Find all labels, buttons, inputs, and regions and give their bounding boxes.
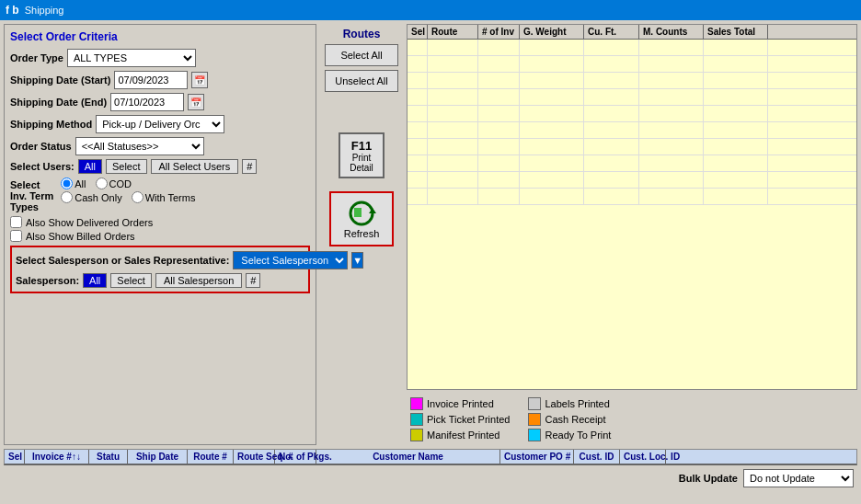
unselect-all-button[interactable]: Unselect All <box>325 70 398 92</box>
refresh-button[interactable]: Refresh <box>329 191 394 246</box>
app-icon: f b <box>6 4 19 17</box>
table-row <box>408 139 856 155</box>
order-status-select[interactable]: <<All Statuses>> <box>75 137 204 155</box>
routes-col-stot: Sales Total <box>704 25 768 39</box>
routes-col-cuft: Cu. Ft. <box>584 25 639 39</box>
calendar-start-icon[interactable]: 📅 <box>191 72 208 88</box>
salesperson-select-tab[interactable]: Select <box>110 273 152 288</box>
salesperson-all-tab2[interactable]: All Salesperson <box>155 273 242 288</box>
pickticket-color <box>410 413 423 426</box>
inv-term-label: SelectInv. TermTypes <box>10 178 53 212</box>
svg-rect-1 <box>354 208 362 217</box>
invoice-label: Invoice Printed <box>427 398 494 409</box>
shipping-method-select[interactable]: Pick-up / Delivery Orc <box>96 115 224 133</box>
legend-manifest: Manifest Printed <box>410 429 510 441</box>
billed-checkbox-row: Also Show Billed Orders <box>10 230 310 242</box>
radio-withterms-input[interactable] <box>132 191 144 203</box>
select-all-button[interactable]: Select All <box>325 44 398 66</box>
section-title: Select Order Criteria <box>10 30 310 43</box>
shipping-date-start-label: Shipping Date (Start) <box>10 74 110 86</box>
table-row <box>408 56 856 73</box>
radio-all-label: All <box>61 178 86 189</box>
delivered-label: Also Show Delivered Orders <box>26 217 153 228</box>
table-row <box>408 155 856 172</box>
users-hash-button[interactable]: # <box>242 159 257 174</box>
delivered-checkbox[interactable] <box>10 216 22 228</box>
f11-sub1: Print <box>352 153 372 163</box>
readytoprint-label: Ready To Print <box>545 430 611 441</box>
title-bar: f b Shipping <box>0 0 861 20</box>
routes-grid-body <box>408 40 856 385</box>
bulk-update-select[interactable]: Do not Update <box>743 469 854 487</box>
salesperson-hash-button[interactable]: # <box>246 273 260 288</box>
f11-button[interactable]: F11 Print Detail <box>339 132 385 178</box>
f11-sub2: Detail <box>350 163 373 173</box>
order-type-label: Order Type <box>10 52 63 63</box>
col-custname: Customer Name <box>316 450 500 464</box>
left-panel: Select Order Criteria Order Type ALL TYP… <box>4 24 316 445</box>
salesperson-row2: Salesperson: All Select All Salesperson … <box>16 273 304 288</box>
table-row <box>408 106 856 122</box>
legend-pickticket: Pick Ticket Printed <box>410 413 510 426</box>
legend-section: Invoice Printed Pick Ticket Printed Mani… <box>407 394 857 445</box>
col-route: Route # <box>188 450 234 464</box>
readytoprint-color <box>528 429 541 441</box>
legend-cashreceipt: Cash Receipt <box>528 413 611 426</box>
col-custpo: Customer PO # <box>500 450 574 464</box>
middle-panel: Routes Select All Unselect All F11 Print… <box>320 24 403 445</box>
legend-invoice: Invoice Printed <box>410 397 510 410</box>
shipping-date-end-label: Shipping Date (End) <box>10 97 107 108</box>
svg-marker-0 <box>369 208 376 213</box>
radio-withterms-label: With Terms <box>132 191 196 203</box>
table-row <box>408 189 856 205</box>
salesperson-all-tab[interactable]: All <box>83 273 107 288</box>
users-all-select-tab[interactable]: All Select Users <box>151 159 239 174</box>
cashreceipt-label: Cash Receipt <box>545 414 605 425</box>
main-container: Select Order Criteria Order Type ALL TYP… <box>0 20 861 504</box>
order-type-select[interactable]: ALL TYPES <box>67 49 196 67</box>
shipping-date-end-input[interactable] <box>110 93 184 111</box>
col-custid: Cust. ID <box>574 450 620 464</box>
shipping-date-start-row: Shipping Date (Start) 📅 <box>10 71 310 89</box>
salesperson-row1: Select Salesperson or Sales Representati… <box>16 251 304 269</box>
billed-checkbox[interactable] <box>10 230 22 242</box>
col-custloc: Cust. Loc. ID <box>620 450 666 464</box>
legend-labels: Labels Printed <box>528 397 611 410</box>
radio-all-input[interactable] <box>61 178 73 189</box>
col-sel: Sel <box>5 450 25 464</box>
radio-cashonly-label: Cash Only <box>61 191 121 203</box>
window-title: Shipping <box>25 5 64 16</box>
manifest-label: Manifest Printed <box>427 430 499 441</box>
top-section: Select Order Criteria Order Type ALL TYP… <box>4 24 857 445</box>
cashreceipt-color <box>528 413 541 426</box>
legend-col-left: Invoice Printed Pick Ticket Printed Mani… <box>410 397 510 441</box>
f11-label: F11 <box>351 139 372 153</box>
salesperson-label2: Salesperson: <box>16 275 79 286</box>
shipping-method-row: Shipping Method Pick-up / Delivery Orc <box>10 115 310 133</box>
labels-color <box>528 397 541 410</box>
routes-grid: Sel Route # of Inv G. Weight Cu. Ft. M. … <box>407 24 857 390</box>
bottom-section: Sel Invoice #↑↓ Statu Ship Date Route # … <box>4 449 857 500</box>
legend-col-right: Labels Printed Cash Receipt Ready To Pri… <box>528 397 611 441</box>
radio-cashonly-input[interactable] <box>61 191 73 203</box>
table-row <box>408 73 856 89</box>
bottom-table-header: Sel Invoice #↑↓ Statu Ship Date Route # … <box>4 449 857 465</box>
refresh-icon <box>347 199 376 228</box>
calendar-end-icon[interactable]: 📅 <box>188 94 204 110</box>
salesperson-section: Select Salesperson or Sales Representati… <box>10 246 310 293</box>
salesperson-section-label: Select Salesperson or Sales Representati… <box>16 255 229 266</box>
col-invoice[interactable]: Invoice #↑↓ <box>25 450 89 464</box>
shipping-date-start-input[interactable] <box>114 71 188 89</box>
routes-col-gwt: G. Weight <box>520 25 584 39</box>
radio-cod-input[interactable] <box>96 178 108 189</box>
pickticket-label: Pick Ticket Printed <box>427 414 510 425</box>
routes-col-mcnt: M. Counts <box>639 25 704 39</box>
routes-grid-header: Sel Route # of Inv G. Weight Cu. Ft. M. … <box>408 25 856 40</box>
col-status: Statu <box>89 450 128 464</box>
refresh-label: Refresh <box>344 228 380 239</box>
users-select-tab[interactable]: Select <box>106 159 147 174</box>
routes-title: Routes <box>343 28 381 40</box>
col-pkgs: No. of Pkgs. <box>275 450 316 464</box>
users-all-tab[interactable]: All <box>78 159 102 174</box>
table-row <box>408 122 856 139</box>
